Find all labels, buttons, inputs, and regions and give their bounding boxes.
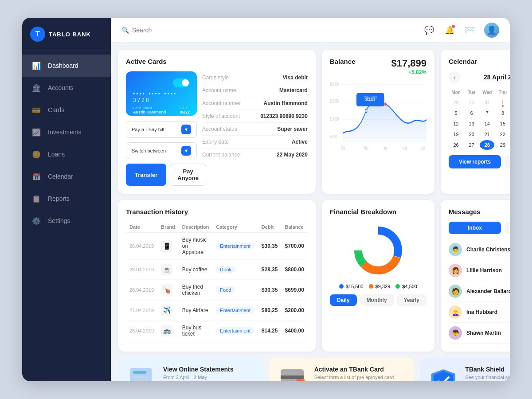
cal-day[interactable]: 31 <box>480 98 494 107</box>
cal-day[interactable]: 1 <box>495 98 510 107</box>
balance-header: Balance $17,899 +5.82% <box>330 58 426 75</box>
cal-day[interactable]: 7 <box>480 108 494 118</box>
tab-sent[interactable]: Sent <box>505 222 510 234</box>
active-cards-title: Active Cards <box>126 58 308 65</box>
cal-day[interactable]: 27 <box>464 140 479 150</box>
sidebar-item-calendar[interactable]: 📅 Celendar <box>22 165 111 188</box>
table-row: 28.04.2019 📱 Buy music on Appstore Enter… <box>126 233 308 260</box>
tx-description: Buy Airfare <box>179 301 213 321</box>
period-monthly[interactable]: Monthly <box>360 294 394 306</box>
active-cards-body: •••• •••• •••• 3728 Card Holder Austin H… <box>126 71 308 186</box>
balance-change: +5.82% <box>391 69 426 75</box>
svg-rect-27 <box>133 380 146 381</box>
reports-icon: 📋 <box>30 194 43 203</box>
cal-day[interactable]: 14 <box>480 119 494 129</box>
cal-day[interactable]: 5 <box>449 108 463 118</box>
cal-day[interactable]: 12 <box>449 119 463 129</box>
search-input[interactable] <box>132 27 221 34</box>
transactions-title: Transaction History <box>126 208 308 215</box>
calendar-prev[interactable]: ‹ <box>449 71 460 83</box>
cal-day[interactable]: 6 <box>464 108 479 118</box>
avatar[interactable]: 👤 <box>484 23 499 38</box>
cal-day[interactable]: 13 <box>464 119 479 129</box>
main-action-btns: Transfer Pay Anyone <box>126 164 197 186</box>
message-item[interactable]: 👱‍♀️ Ina Hubbard 26.04.2019 <box>449 302 510 323</box>
cal-day[interactable]: 29 <box>449 98 463 107</box>
card-holder-info: Card Holder Austin Hammond <box>133 106 166 114</box>
message-item[interactable]: 👩 Lillie Harrison 28.04.2019 <box>449 260 510 281</box>
mail-icon[interactable]: ✉️ <box>464 24 476 36</box>
switch-dropdown[interactable]: Switch between ▼ <box>126 142 197 159</box>
sidebar-item-dashboard[interactable]: 📊 Dashboard <box>22 55 111 77</box>
svg-text:$15,000: $15,000 <box>330 99 339 104</box>
message-item[interactable]: 🧑 Alexander Ballard 27.04.2019 <box>449 281 510 302</box>
logo-icon: T <box>30 27 45 42</box>
content-grid: Active Cards •••• •••• •••• 3728 Card Ho… <box>111 43 510 381</box>
tx-balance: $400.00 <box>282 321 308 341</box>
transfer-button[interactable]: Transfer <box>126 164 166 186</box>
sidebar-item-investments[interactable]: 📈 Investments <box>22 121 111 143</box>
detail-account-status: Account status Super saver <box>202 123 308 136</box>
cal-day[interactable]: 30 <box>464 98 479 107</box>
sidebar-item-settings[interactable]: ⚙️ Settings <box>22 210 111 232</box>
promo-activate: Activate an TBank Card Select form a lis… <box>269 358 414 381</box>
view-reports-button[interactable]: View reports <box>449 155 501 168</box>
cal-day-today[interactable]: 28 <box>480 140 494 150</box>
msg-avatar: 👱‍♀️ <box>449 305 462 319</box>
sidebar-item-label: Investments <box>48 129 81 136</box>
detail-account-number: Account number Austin Hammond <box>202 97 308 110</box>
cal-day[interactable]: 15 <box>495 119 510 129</box>
cal-day[interactable]: 8 <box>495 108 510 118</box>
card-info: Card Holder Austin Hammond EXP 05/22 <box>133 106 190 114</box>
sidebar-item-reports[interactable]: 📋 Reports <box>22 188 111 210</box>
pay-tbay-dropdown[interactable]: Pay a TBay bill ▼ <box>126 121 197 138</box>
msg-avatar: 👩 <box>449 264 462 277</box>
tx-date: 28.04.2019 <box>126 280 157 301</box>
period-daily[interactable]: Daily <box>330 294 357 306</box>
chat-icon[interactable]: 💬 <box>423 24 435 36</box>
sidebar-logo: T TABLO BANK <box>22 18 111 51</box>
sidebar-item-label: Settings <box>48 217 70 224</box>
msg-name: Alexander Ballard <box>466 288 510 294</box>
tab-inbox[interactable]: Inbox <box>449 222 501 234</box>
balance-title: Balance <box>330 58 356 65</box>
view-history-button[interactable]: View History <box>505 155 510 168</box>
promos-section: View Online Statements From 2 Aprii - 2 … <box>118 358 510 381</box>
legend-dot-orange <box>369 284 373 289</box>
sidebar-item-cards[interactable]: 💳 Cards <box>22 99 111 121</box>
msg-avatar: 👦 <box>449 326 462 340</box>
cal-day[interactable]: 22 <box>495 129 510 139</box>
legend-dot-blue <box>339 284 344 289</box>
promo-shield-title: TBank Shield <box>465 366 510 373</box>
svg-text:$20,000: $20,000 <box>330 82 339 87</box>
sidebar-item-accounts[interactable]: 🏦 Accounts <box>22 77 111 99</box>
tx-brand-icon: 📱 <box>161 240 172 252</box>
detail-current-balance: Current balance 22 May 2020 <box>202 149 308 161</box>
svg-point-9 <box>365 110 367 112</box>
cal-day[interactable]: 26 <box>449 140 463 150</box>
svg-text:Apr: Apr <box>383 146 387 151</box>
promo-activate-title: Activate an TBank Card <box>314 366 406 373</box>
msg-name: Charlie Christensen <box>466 246 510 253</box>
topbar: 🔍 💬 🔔 ✉️ 👤 <box>111 18 510 43</box>
cal-day[interactable]: 20 <box>464 129 479 139</box>
col-debit: Debit <box>258 222 282 233</box>
message-item[interactable]: 👦 Shawn Martin 25.04.2019 <box>449 323 510 344</box>
card-toggle[interactable] <box>173 78 190 87</box>
cal-day[interactable]: 29 <box>495 140 510 150</box>
pay-anyone-button[interactable]: Pay Anyone <box>170 164 206 186</box>
cal-day[interactable]: 21 <box>480 129 494 139</box>
notification-icon[interactable]: 🔔 <box>443 24 456 36</box>
tx-brand: 🚌 <box>157 321 179 341</box>
calendar-actions: View reports View History <box>449 155 510 168</box>
cal-day[interactable]: 19 <box>449 129 463 139</box>
sidebar-item-label: Accounts <box>48 84 74 91</box>
promo-activate-icon <box>277 366 308 381</box>
period-yearly[interactable]: Yearly <box>397 294 426 306</box>
bank-card: •••• •••• •••• 3728 Card Holder Austin H… <box>126 71 197 116</box>
sidebar-item-loans[interactable]: 🪙 Loans <box>22 143 111 165</box>
message-item[interactable]: 👨 Charlie Christensen 28.04.2019 <box>449 239 510 260</box>
balance-section: Balance $17,899 +5.82% $20,000 $15,000 $… <box>322 50 434 194</box>
tx-category: Entertainment <box>212 301 258 321</box>
active-cards-section: Active Cards •••• •••• •••• 3728 Card Ho… <box>118 50 316 194</box>
